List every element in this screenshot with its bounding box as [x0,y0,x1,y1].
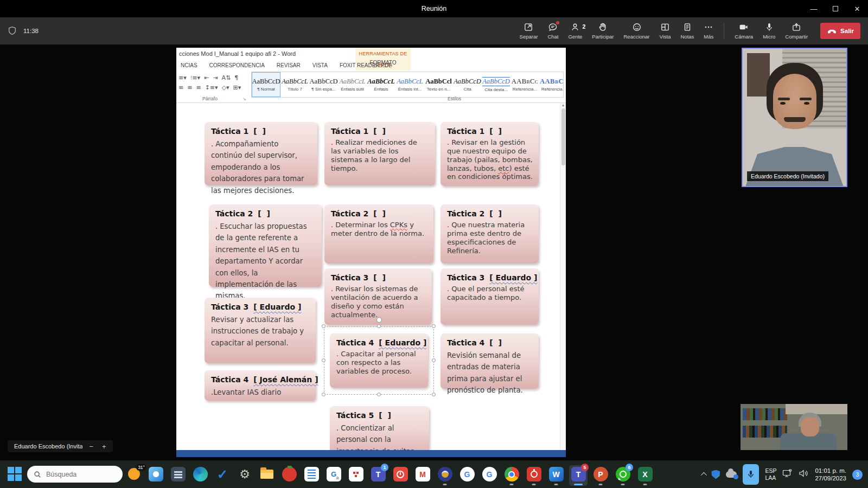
tab-revisar[interactable]: REVISAR [277,62,301,68]
taskbar-app-google[interactable]: G [458,465,476,486]
selection-handle[interactable] [377,393,381,396]
align-center-icon[interactable]: ≡ [187,84,192,91]
borders-icon[interactable]: ⊞▾ [233,84,241,91]
taskbar-app-dotsapp[interactable] [347,465,365,486]
self-video-tile[interactable] [741,404,847,450]
zoom-out-button[interactable]: − [89,442,93,451]
tab-formato[interactable]: FORMATO [355,60,411,66]
selection-handle[interactable] [432,358,436,362]
taskbar-app-tomato[interactable] [280,465,298,486]
selection-handle[interactable] [377,324,381,328]
rotate-handle[interactable] [376,317,382,323]
line-spacing-icon[interactable]: ↕≡▾ [205,84,218,91]
selection-handle[interactable] [322,324,326,328]
style-item-6[interactable]: AaBbCcLÉnfasis int... [395,72,424,97]
decrease-indent-icon[interactable]: ⇤ [204,74,209,81]
notification-badge[interactable]: 3 [852,470,863,480]
tactic-box-4[interactable]: Táctica 4[ José Alemán ].Levantar IAS di… [205,370,316,401]
style-item-8[interactable]: AaBbCcDCita [453,72,482,97]
align-left-icon[interactable]: ≡ [178,84,183,91]
tactic-box-1[interactable]: Táctica 1[ ].Acompañamiento continúo del… [205,122,317,185]
style-item-11[interactable]: AABbCcReferencia... [539,72,564,97]
taskbar-app-translate[interactable]: Ga [324,465,343,486]
style-item-2[interactable]: AaBbCcLTítulo 7 [280,72,309,97]
toolbar-participar-button[interactable]: Participar [587,17,618,44]
taskbar-search[interactable] [27,466,123,483]
toolbar-vista-button[interactable]: Vista [655,17,676,44]
shading-icon[interactable]: ◇▾ [222,84,229,91]
scrollbar-thumb[interactable] [561,108,565,165]
taskbar-app-chrome[interactable] [502,465,521,486]
style-item-7[interactable]: AaBbCclTexto en n... [424,72,453,97]
tab-correspondencia[interactable]: CORRESPONDENCIA [209,62,265,68]
selection-handle[interactable] [432,393,436,396]
language-indicator[interactable]: ESP LAA [765,467,776,481]
toolbar-compartir-button[interactable]: Compartir [780,17,813,44]
taskbar-app-clockgrid[interactable] [391,465,410,486]
taskbar-app-gmail[interactable]: M [413,465,432,486]
tray-chevron-icon[interactable] [701,472,707,478]
toolbar-gente-button[interactable]: 2Gente [563,17,587,44]
tactic-box-2[interactable]: Táctica 2[ ].Escuchar las propuestas de … [209,204,322,287]
selection-handle[interactable] [322,358,326,362]
tactic-box-12[interactable]: Táctica 3[ Eduardo ].Que el personal est… [441,268,539,325]
tactic-box-10[interactable]: Táctica 1[ ].Revisar en la gestión que n… [441,122,539,186]
tactic-box-9[interactable]: Táctica 5[ ].Concientizar al personal co… [330,406,429,450]
taskbar-app-todo[interactable]: ✓ [213,465,232,486]
tab-ncias[interactable]: NCIAS [181,62,197,68]
taskbar-app-music[interactable] [436,465,454,486]
taskbar-app-folder[interactable] [258,465,276,486]
toolbar-mas-button[interactable]: Más [699,17,718,44]
toolbar-reaccionar-button[interactable]: Reaccionar [618,17,654,44]
search-input[interactable] [46,471,111,478]
style-item-9[interactable]: AaBbCcDCita desta... [482,72,510,97]
tactic-box-3[interactable]: Táctica 3[ Eduardo ]Revisar y actualizar… [205,298,316,363]
selection-handle[interactable] [322,393,326,396]
leave-button[interactable]: Salir [820,23,860,39]
taskbar-app-photos[interactable] [146,465,165,486]
style-item-1[interactable]: AaBbCcD¶ Normal [252,72,280,97]
paragraph-dialog-launcher[interactable]: ↘ [242,97,246,101]
security-shield-icon[interactable] [711,470,720,479]
increase-indent-icon[interactable]: ⇥ [213,74,218,81]
speaker-icon[interactable] [799,469,809,480]
scroll-up-icon[interactable]: ▲ [560,103,566,107]
tactic-box-6[interactable]: Táctica 2[ ].Determinar los CPKs y meter… [324,204,433,264]
display-tray-icon[interactable] [782,469,793,480]
tactic-box-7[interactable]: Táctica 3[ ].Revisar los sistemas de ven… [324,268,432,325]
onedrive-icon[interactable] [726,471,737,478]
style-item-10[interactable]: AABbCcReferencia... [510,72,539,97]
tab-vista[interactable]: VISTA [312,62,328,68]
taskbar-app-word[interactable]: W [547,465,565,486]
taskbar-app-notes[interactable] [302,465,321,486]
toolbar-notas-button[interactable]: Notas [676,17,699,44]
taskbar-app-teams[interactable]: T1 [369,465,387,486]
tactic-box-8[interactable]: Táctica 4[ Eduardo ].Capacitar al person… [330,333,428,388]
toolbar-camara-button[interactable]: Cámara [730,17,758,44]
participant-video-tile[interactable]: Eduardo Escobedo (Invitado) [742,48,847,187]
numbered-list-icon[interactable]: ≡▾ [178,74,187,81]
multilevel-list-icon[interactable]: ⁝≡▾ [190,74,200,81]
taskbar-app-calculator[interactable] [169,465,187,486]
zoom-in-button[interactable]: + [102,442,106,451]
tactic-box-13[interactable]: Táctica 4[ ]Revisión semanal de entradas… [441,333,539,389]
selection-handle[interactable] [432,324,436,328]
microphone-tray-button[interactable] [743,464,759,485]
start-button[interactable] [8,467,22,481]
style-item-5[interactable]: AaBbCcLÉnfasis [367,72,395,97]
show-marks-icon[interactable]: ¶ [234,74,238,81]
taskbar-app-excel[interactable]: X [636,465,654,486]
taskbar-app-edge[interactable] [191,465,209,486]
tactic-box-11[interactable]: Táctica 2[ ].Que nuestra materia prima e… [441,204,539,264]
sort-icon[interactable]: A⇅ [221,74,231,81]
document-scrollbar[interactable]: ▲ [560,103,566,450]
weather-widget[interactable]: 31° [128,468,141,481]
shared-word-window[interactable]: cciones Mod I_Manual 1 equipo afi 2 - Wo… [176,48,566,457]
taskbar-app-ppt[interactable]: P [591,465,610,486]
align-right-icon[interactable]: ≡ [196,84,201,91]
toolbar-separar-button[interactable]: Separar [515,17,543,44]
toolbar-micro-button[interactable]: Micro [758,17,780,44]
taskbar-clock[interactable]: 01:01 p. m. 27/09/2023 [815,467,846,483]
taskbar-app-google[interactable]: G [480,465,499,486]
taskbar-app-timer[interactable] [525,465,543,486]
